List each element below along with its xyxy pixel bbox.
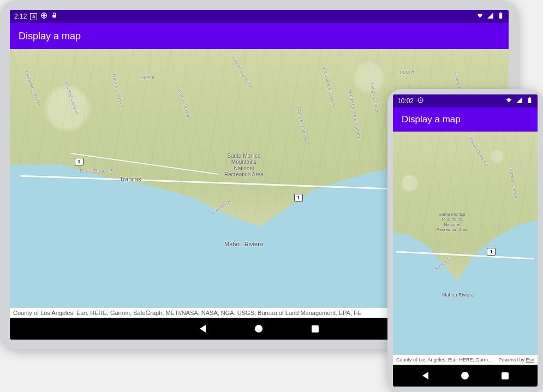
cell-signal-icon — [516, 97, 523, 105]
map-attribution: County of Los Angeles, Esri, HERE, Garm…… — [393, 355, 538, 365]
elev-1934: 1934 ft — [399, 70, 414, 75]
place-trancas: Trancas — [120, 176, 141, 182]
status-bar: 10:02 — [393, 94, 538, 108]
lock-icon — [51, 12, 58, 21]
svg-rect-2 — [499, 13, 502, 19]
esri-link[interactable]: Esri — [526, 357, 535, 363]
status-left: 10:02 — [397, 97, 424, 105]
area-recreation: Santa Monica Mountains National Recreati… — [224, 153, 264, 178]
app-bar: Display a map — [10, 23, 509, 49]
gps-icon — [417, 97, 424, 105]
nav-recent-icon[interactable] — [312, 325, 319, 332]
app-title: Display a map — [19, 31, 81, 42]
nav-home-icon[interactable] — [461, 372, 469, 379]
wifi-icon — [505, 97, 512, 105]
phone-device-frame: 10:02 Display a map — [387, 89, 543, 392]
status-time: 2:12 — [14, 13, 27, 20]
status-time: 10:02 — [397, 97, 414, 105]
svg-rect-1 — [53, 15, 57, 17]
nav-home-icon[interactable] — [255, 325, 262, 332]
status-left: 2:12 A — [14, 12, 58, 21]
battery-icon — [526, 97, 533, 105]
hwy-shield-1: 1 — [487, 248, 496, 256]
system-nav-bar — [393, 365, 538, 387]
wifi-icon — [476, 12, 484, 21]
svg-rect-3 — [500, 13, 501, 14]
attribution-text: County of Los Angeles, Esri, HERE, Garm… — [396, 357, 493, 363]
place-mahou: Mahou Riviera — [224, 241, 263, 247]
app-title: Display a map — [402, 114, 461, 125]
nav-back-icon[interactable] — [422, 372, 428, 379]
status-right — [505, 97, 533, 105]
svg-rect-6 — [528, 98, 531, 103]
cell-signal-icon — [487, 12, 494, 21]
battery-icon — [497, 12, 504, 21]
hwy-shield-1a: 1 — [75, 158, 83, 165]
nav-back-icon[interactable] — [200, 325, 206, 332]
attribution-text: County of Los Angeles, Esri, HERE, Garmi… — [13, 310, 361, 316]
app-bar: Display a map — [393, 108, 538, 132]
a-box-icon: A — [30, 13, 37, 20]
map-view[interactable]: Mahou Riviera Santa Monica Mountains Nat… — [393, 132, 538, 355]
hwy-shield-1b: 1 — [294, 194, 303, 201]
svg-point-5 — [420, 99, 421, 100]
globe-icon — [40, 12, 47, 21]
status-right — [476, 12, 504, 21]
area-recreation: Santa Monica Mountains National Recreati… — [437, 212, 468, 232]
elev-1899: 1899 ft — [140, 75, 155, 80]
nav-recent-icon[interactable] — [502, 372, 509, 379]
place-mahou: Mahou Riviera — [442, 292, 474, 298]
attribution-powered: Powered by Esri — [498, 357, 534, 363]
svg-rect-7 — [529, 97, 530, 98]
status-bar: 2:12 A — [10, 10, 509, 23]
phone-screen: 10:02 Display a map — [393, 94, 538, 387]
road-broad-beach: Broad Beach Rd — [80, 168, 116, 174]
